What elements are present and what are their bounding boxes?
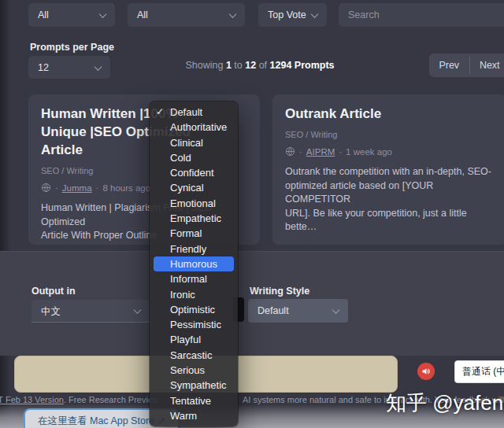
sort-select[interactable]: Top Vote [258,3,327,27]
prompt-age: 1 week ago [346,147,392,157]
tone-menu-item[interactable]: ✓ Friendly [150,242,238,256]
tone-menu-item[interactable]: ✓ Optimistic [150,302,238,317]
tone-menu-item-label: Confident [170,167,214,179]
tone-menu-item[interactable]: ✓ Playful [150,332,238,347]
output-language-value: 中文 [41,306,61,317]
tone-menu-item[interactable]: ✓ Emotional [150,196,238,211]
speaker-icon [421,367,431,376]
showing-to: 12 [245,60,256,71]
version-link[interactable]: PT Feb 13 Version [0,395,64,404]
chevron-down-icon [332,306,340,314]
prompt-card-outrank-article[interactable]: Outrank Article SEO / Writing · AIPRM · … [272,94,504,245]
prev-button[interactable]: Prev [429,54,469,77]
per-page-select[interactable]: 12 [28,56,110,79]
tone-menu-item[interactable]: ✓ Clinical [150,135,238,150]
tone-menu-item-label: Clinical [170,137,203,149]
writing-style-label: Writing Style [250,286,309,297]
tone-menu-item-label: Humorous [170,258,217,270]
prompt-age: 8 hours ago [102,183,150,193]
chevron-down-icon [94,63,102,71]
tone-menu-item-label: Ironic [170,289,195,301]
tone-menu-item[interactable]: ✓ Serious [150,363,238,378]
output-language-select[interactable]: 中文 [32,300,150,323]
globe-icon [41,183,51,193]
topic-filter-select[interactable]: All [28,3,115,27]
tone-menu-item-label: Warm [170,410,197,422]
prompts-per-page-label: Prompts per Page [30,42,114,53]
tone-menu-item-label: Sarcastic [170,349,212,361]
author-link[interactable]: AIPRM [306,147,335,157]
prompt-category: SEO / Writing [285,130,495,139]
tone-menu-item-label: Serious [170,364,205,376]
chevron-down-icon [134,306,142,314]
speaker-button[interactable] [417,363,435,380]
tone-menu-item-label: Emotional [170,197,216,209]
tone-menu-item-label: Cold [170,152,191,164]
tone-dropdown-menu: ✓ Default ✓ Authoritative ✓ Clinical ✓ C… [150,101,238,426]
tone-menu-item[interactable]: ✓ Warm [150,408,238,423]
tone-menu-item[interactable]: ✓ Authoritative [150,120,238,135]
tone-menu-item[interactable]: ✓ Pessimistic [150,317,238,332]
prompt-title: Outrank Article [285,105,495,123]
tone-menu-item[interactable]: ✓ Tentative [150,393,238,408]
voice-language-button[interactable]: 普通话 (中国大 [454,360,504,383]
checkmark-icon: ✓ [156,105,164,120]
prompt-meta: · AIPRM · 1 week ago [285,146,495,157]
writing-style-value: Default [258,305,289,316]
tone-menu-item[interactable]: ✓ Humorous [154,256,234,271]
pager: Prev Next [429,54,504,77]
tone-menu-item[interactable]: ✓ Formal [150,226,238,241]
activity-filter-value: All [137,9,148,20]
tone-menu-item-label: Informal [170,273,207,285]
output-in-label: Output in [32,286,76,297]
next-button[interactable]: Next [470,54,504,77]
tone-menu-item[interactable]: ✓ Cold [150,150,238,165]
globe-icon [285,146,295,157]
showing-status: Showing 1 to 12 of 1294 Prompts [142,60,378,71]
author-link[interactable]: Jumma [62,183,92,193]
search-input[interactable] [339,3,504,27]
tone-menu-item-label: Optimistic [170,304,215,315]
tone-menu-item[interactable]: ✓ Empathetic [150,211,238,226]
showing-from: 1 [226,60,232,71]
tone-menu-item[interactable]: ✓ Default [150,105,238,120]
tone-menu-item[interactable]: ✓ Sarcastic [150,348,238,363]
per-page-value: 12 [38,62,49,73]
chevron-down-icon [311,10,319,18]
chevron-down-icon [99,10,107,18]
tone-menu-item-label: Friendly [170,243,206,255]
tone-menu-item[interactable]: ✓ Confident [150,165,238,180]
tone-menu-item[interactable]: ✓ Sympathetic [150,378,238,393]
aiprm-prompt-library-window: All All Top Vote Prompts per Page 12 Sho… [0,0,504,428]
chevron-down-icon [229,10,237,18]
window-left-edge-shade [0,0,11,428]
topic-filter-value: All [38,9,49,20]
tone-menu-item-label: Tentative [170,395,211,407]
tone-menu-item[interactable]: ✓ Cynical [150,180,238,195]
footer-version-text: PT Feb 13 Version. Free Research Preview [0,395,158,404]
tone-menu-item-label: Formal [170,227,202,239]
showing-total: 1294 Prompts [270,60,335,71]
tone-menu-item-label: Authoritative [170,121,227,133]
tone-menu-item-label: Playful [170,334,201,345]
prompt-teaser: Outrank the competition with an in-depth… [285,165,495,234]
tone-menu-item[interactable]: ✓ Informal [150,271,238,286]
writing-style-select[interactable]: Default [248,299,348,323]
tone-menu-item-label: Pessimistic [170,319,221,330]
sort-value: Top Vote [268,9,306,20]
tone-menu-item[interactable]: ✓ Ironic [150,287,238,302]
tone-menu-item-label: Cynical [170,182,204,194]
zhihu-watermark: 知乎 @yafeng [386,389,504,417]
tone-menu-item-label: Default [170,106,202,118]
tone-menu-item-label: Sympathetic [170,379,227,391]
activity-filter-select[interactable]: All [128,3,245,27]
tone-menu-item-label: Empathetic [170,212,221,224]
options-panel: Output in 中文 Writing Style Default [0,251,504,356]
